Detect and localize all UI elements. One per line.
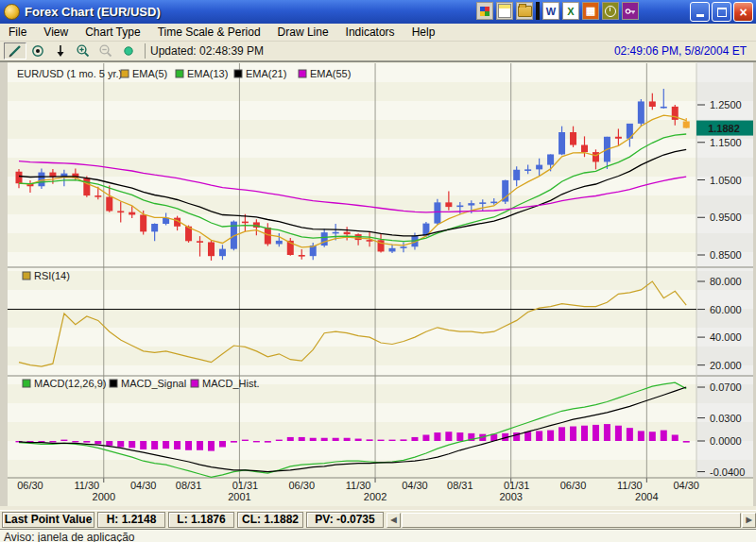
macd-hist-bar <box>672 434 679 441</box>
status-cell-pv: PV: -0.0735 <box>306 512 384 528</box>
menu-item-time-scale-period[interactable]: Time Scale & Period <box>149 25 269 40</box>
green-point-button[interactable] <box>117 42 140 59</box>
grid-icon[interactable] <box>476 2 493 20</box>
scroll-left-button[interactable]: ◀ <box>387 513 401 528</box>
title-bar[interactable]: Forex Chart (EUR/USD) W X ▦ × <box>0 0 756 24</box>
macd-hist-bar <box>208 441 215 451</box>
x-month-label: 01/31 <box>504 480 530 491</box>
restore-button[interactable] <box>712 2 731 22</box>
macd-hist-bar <box>558 427 565 441</box>
x-month-label: 08/31 <box>447 480 473 491</box>
macd-hist-bar <box>683 441 690 443</box>
scroll-right-button[interactable]: ▶ <box>742 513 756 528</box>
macd-hist-bar <box>197 441 203 450</box>
candle-body <box>615 137 622 139</box>
candle-body <box>389 248 396 252</box>
macd-hist-bar <box>400 439 406 441</box>
excel-icon[interactable]: X <box>562 2 579 20</box>
legend-swatch <box>176 70 183 77</box>
macd-hist-bar <box>524 432 531 441</box>
candle-body <box>333 232 339 234</box>
rsi-legend-label: RSI(14) <box>34 270 70 281</box>
menu-item-file[interactable]: File <box>0 25 35 40</box>
minimize-button[interactable] <box>690 2 710 22</box>
macd-hist-bar <box>344 438 351 441</box>
macd-hist-bar <box>661 431 667 441</box>
menu-item-draw-line[interactable]: Draw Line <box>269 25 337 40</box>
applet-warning-text: Aviso: janela de aplicação <box>4 531 135 542</box>
price-axis-label: 0.9500 <box>710 212 742 223</box>
candle-body <box>38 173 44 187</box>
macd-hist-bar <box>242 440 249 441</box>
down-arrow-tool-button[interactable] <box>49 42 72 59</box>
x-month-label: 11/30 <box>74 480 99 491</box>
word-icon[interactable]: W <box>542 2 559 20</box>
x-month-label: 04/30 <box>130 480 157 491</box>
macd-hist-bar <box>49 441 56 442</box>
candle-body <box>513 170 520 180</box>
candle-body <box>593 152 599 161</box>
candle-body <box>265 228 271 244</box>
macd-hist-bar <box>378 440 385 441</box>
zoom-out-button[interactable] <box>94 42 117 59</box>
x-year-label: 2002 <box>364 491 387 502</box>
scrollbar-track[interactable] <box>402 513 741 528</box>
pen-line-tool-button[interactable] <box>4 42 26 59</box>
candle-body <box>456 206 463 208</box>
macd-hist-bar <box>60 440 67 441</box>
legend-label-ema: EMA(5) <box>132 68 167 79</box>
macd-hist-bar <box>627 428 633 441</box>
macd-hist-bar <box>355 439 362 441</box>
candle-body <box>479 202 486 204</box>
macd-axis-label: -0.0400 <box>710 466 745 478</box>
macd-hist-bar <box>231 441 237 443</box>
menu-item-indicators[interactable]: Indicators <box>337 25 404 40</box>
tray-divider <box>536 2 540 20</box>
candle-body <box>468 203 474 205</box>
candle-body <box>219 249 226 257</box>
symbol-legend-label: EUR/USD (1 mo. 5 yr.) <box>17 68 122 79</box>
updated-label: Updated: 02:48:39 PM <box>150 44 264 58</box>
macd-hist-bar <box>649 432 656 441</box>
status-cell-cl: CL: 1.1882 <box>237 512 303 528</box>
x-year-label: 2001 <box>228 491 250 502</box>
chart-canvas[interactable]: 1.25001.15001.05000.95000.85001.188280.0… <box>0 61 756 506</box>
current-price-label: 1.1882 <box>708 123 740 134</box>
legend-swatch <box>234 70 242 77</box>
clock-icon[interactable] <box>602 2 619 20</box>
macd-hist-bar <box>83 441 90 443</box>
menu-item-view[interactable]: View <box>35 25 77 40</box>
toolbar-separator <box>145 43 146 59</box>
candle-body <box>570 132 576 145</box>
x-year-label: 2003 <box>499 491 522 502</box>
macd-legend-label: MACD_Signal <box>121 378 186 389</box>
close-button[interactable]: × <box>733 2 753 22</box>
candle-body <box>129 212 135 215</box>
menu-item-help[interactable]: Help <box>404 25 444 40</box>
crosshair-tool-button[interactable] <box>26 42 49 59</box>
key-icon[interactable] <box>622 2 639 20</box>
legend-label-ema: EMA(21) <box>246 68 286 79</box>
status-bar: Last Point ValueH: 1.2148L: 1.1876CL: 1.… <box>0 510 756 529</box>
candle-body <box>299 255 305 257</box>
candle-body <box>151 224 158 231</box>
macd-hist-bar <box>411 437 418 441</box>
candle-body <box>16 172 23 183</box>
menu-item-chart-type[interactable]: Chart Type <box>77 25 148 40</box>
macd-hist-bar <box>163 441 169 449</box>
notes-icon[interactable] <box>496 2 513 20</box>
macd-hist-bar <box>129 441 135 448</box>
candle-body <box>400 246 406 248</box>
zoom-in-button[interactable] <box>72 42 94 59</box>
zoom-in-icon <box>76 43 91 59</box>
legend-swatch <box>299 70 306 77</box>
macd-hist-bar <box>456 432 463 441</box>
calendar-icon[interactable]: ▦ <box>582 2 599 20</box>
candle-body <box>536 165 542 170</box>
candle-body <box>276 241 283 245</box>
macd-hist-bar <box>185 441 192 450</box>
status-cell-h: H: 1.2148 <box>97 512 165 528</box>
x-month-label: 06/30 <box>560 480 587 491</box>
macd-hist-bar <box>389 440 396 441</box>
open-folder-icon[interactable] <box>516 2 533 20</box>
